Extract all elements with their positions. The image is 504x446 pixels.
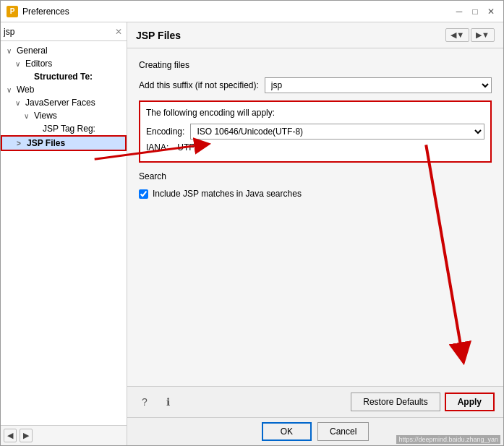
bottom-buttons: ? ℹ Restore Defaults Apply xyxy=(127,386,503,417)
minimize-button[interactable]: ─ xyxy=(453,5,466,18)
panel-header: JSP Files ◀▼ ▶▼ xyxy=(127,22,503,48)
sidebar-item-jsp-files[interactable]: > JSP Files xyxy=(1,135,127,151)
sidebar-forward-button[interactable]: ▶ xyxy=(20,429,33,442)
sidebar-back-button[interactable]: ◀ xyxy=(4,429,17,442)
panel-content: Creating files Add this suffix (if not s… xyxy=(127,48,503,386)
apply-button[interactable]: Apply xyxy=(445,393,495,411)
tree-area: ∨ General ∨ Editors Structured Te: ∨ We xyxy=(1,41,127,425)
sidebar-item-web[interactable]: ∨ Web xyxy=(1,83,127,96)
maximize-button[interactable]: □ xyxy=(469,5,482,18)
sidebar-item-structured-text[interactable]: Structured Te: xyxy=(1,70,127,83)
sidebar-item-views[interactable]: ∨ Views xyxy=(1,109,127,122)
sidebar-item-javaserver-faces[interactable]: ∨ JavaServer Faces xyxy=(1,96,127,109)
jsp-files-label: JSP Files xyxy=(27,138,65,148)
search-section-title: Search xyxy=(139,171,492,181)
encoding-select[interactable]: ISO 10646/Unicode(UTF-8) xyxy=(190,124,484,140)
restore-defaults-button[interactable]: Restore Defaults xyxy=(351,393,440,411)
editors-arrow-icon: ∨ xyxy=(15,60,24,68)
creating-files-section-title: Creating files xyxy=(139,60,492,70)
jsp-tag-reg-label: JSP Tag Reg: xyxy=(43,124,95,134)
preferences-window: P Preferences ─ □ ✕ ✕ ∨ General xyxy=(0,0,504,446)
iana-label: IANA: xyxy=(146,142,168,153)
iana-value: UTF-8 xyxy=(174,142,202,153)
sidebar-item-jsp-tag-registry[interactable]: JSP Tag Reg: xyxy=(1,122,127,135)
window-title: Preferences xyxy=(22,7,453,17)
cancel-button[interactable]: Cancel xyxy=(317,422,369,441)
main-content: ✕ ∨ General ∨ Editors Structured Te: xyxy=(1,22,503,445)
bottom-left-buttons: ? ℹ xyxy=(136,393,176,411)
bottom-right-buttons: Restore Defaults Apply xyxy=(351,393,495,411)
help-button[interactable]: ? xyxy=(136,393,153,411)
panel-nav: ◀▼ ▶▼ xyxy=(445,28,495,42)
jsp-files-arrow-icon: > xyxy=(17,140,25,147)
suffix-label: Add this suffix (if not specified): xyxy=(139,80,259,90)
checkbox-row: Include JSP matches in Java searches xyxy=(139,189,492,199)
window-controls: ─ □ ✕ xyxy=(453,5,497,18)
structured-text-label: Structured Te: xyxy=(34,72,93,82)
views-arrow-icon: ∨ xyxy=(24,112,33,120)
web-label: Web xyxy=(17,85,34,95)
encoding-row: Encoding: ISO 10646/Unicode(UTF-8) xyxy=(146,124,484,140)
sidebar-bottom: ◀ ▶ xyxy=(1,425,127,445)
panel-forward-button[interactable]: ▶▼ xyxy=(471,28,495,42)
info-button[interactable]: ℹ xyxy=(159,393,176,411)
search-clear-button[interactable]: ✕ xyxy=(114,27,124,37)
sidebar: ✕ ∨ General ∨ Editors Structured Te: xyxy=(1,22,127,445)
include-jsp-label: Include JSP matches in Java searches xyxy=(153,189,302,199)
sidebar-item-editors[interactable]: ∨ Editors xyxy=(1,57,127,70)
iana-row: IANA: UTF-8 xyxy=(146,142,484,153)
suffix-row: Add this suffix (if not specified): jsp xyxy=(139,77,492,93)
title-bar: P Preferences ─ □ ✕ xyxy=(1,1,503,22)
close-button[interactable]: ✕ xyxy=(484,5,497,18)
web-arrow-icon: ∨ xyxy=(7,86,15,94)
general-label: General xyxy=(17,46,48,56)
include-jsp-checkbox[interactable] xyxy=(139,189,148,199)
encoding-label: Encoding: xyxy=(146,126,184,137)
encoding-section-title: The following encoding will apply: xyxy=(146,108,484,118)
javaserver-faces-label: JavaServer Faces xyxy=(25,98,95,108)
search-input[interactable] xyxy=(4,27,114,37)
editors-label: Editors xyxy=(25,59,52,69)
sidebar-item-general[interactable]: ∨ General xyxy=(1,44,127,57)
ok-button[interactable]: OK xyxy=(262,422,312,441)
panel-title: JSP Files xyxy=(136,30,181,41)
javaserver-faces-arrow-icon: ∨ xyxy=(15,99,24,107)
search-bar: ✕ xyxy=(1,22,127,41)
views-label: Views xyxy=(34,111,57,121)
search-section: Search Include JSP matches in Java searc… xyxy=(139,171,492,199)
suffix-select[interactable]: jsp xyxy=(265,77,492,93)
panel-back-button[interactable]: ◀▼ xyxy=(445,28,469,42)
general-arrow-icon: ∨ xyxy=(7,47,15,55)
right-panel: JSP Files ◀▼ ▶▼ Creating files Add this … xyxy=(127,22,503,445)
watermark: https://deepmind.baidu.zhang_yan xyxy=(396,435,500,444)
app-icon: P xyxy=(7,6,18,17)
encoding-section: The following encoding will apply: Encod… xyxy=(139,100,492,163)
